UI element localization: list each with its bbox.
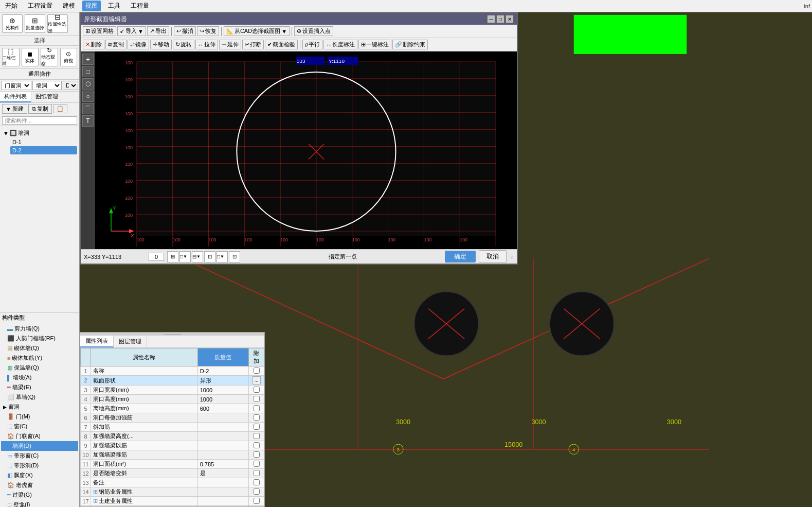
- extend-btn[interactable]: ⊣ 延伸: [219, 40, 241, 49]
- cat-door-window[interactable]: 🏠 门联窗(A): [1, 431, 78, 441]
- cat-masonry-rebar[interactable]: ≡ 砌体加筋(Y): [1, 353, 78, 363]
- export-btn[interactable]: ↗ 导出: [147, 26, 169, 36]
- menu-item-start[interactable]: 开始: [2, 1, 21, 11]
- minimize-btn[interactable]: ─: [487, 15, 495, 23]
- move-btn[interactable]: ✛ 移动: [150, 40, 172, 49]
- cat-bay-window[interactable]: ◧ 飘窗(X): [1, 470, 78, 480]
- cancel-btn[interactable]: 取消: [479, 250, 507, 263]
- cat-window[interactable]: ⬚ 窗(C): [1, 422, 78, 431]
- close-btn[interactable]: ✕: [506, 15, 514, 23]
- expand-icon[interactable]: ⊞: [93, 488, 98, 495]
- cat-shear-wall[interactable]: ▬ 剪力墙(Q): [1, 324, 78, 334]
- cat-pilaster[interactable]: ▌ 墙垛(A): [1, 373, 78, 382]
- status-btn-5[interactable]: □▼: [216, 251, 228, 263]
- row-add[interactable]: [249, 506, 264, 507]
- tool-circle[interactable]: ○: [82, 91, 94, 102]
- row-add[interactable]: [249, 487, 264, 497]
- maximize-btn[interactable]: □: [496, 15, 504, 23]
- copy-shape-btn[interactable]: ⧉ 复制: [105, 40, 127, 49]
- batch-select-btn[interactable]: ⊞ 批量选择: [25, 14, 45, 33]
- row-add[interactable]: [249, 478, 264, 487]
- canvas-container[interactable]: 100 100 100 100 100 100 100 100 100 100 …: [95, 51, 517, 249]
- row-add[interactable]: [249, 423, 264, 432]
- cad-select-btn[interactable]: 📐 从CAD选择截面图 ▼: [224, 26, 290, 36]
- expand-icon[interactable]: ⊞: [93, 498, 98, 504]
- cat-group-window[interactable]: ▶ 窗洞: [1, 402, 78, 412]
- row-add[interactable]: [249, 469, 264, 478]
- row-add[interactable]: [249, 386, 264, 395]
- delete-shape-btn[interactable]: ✕ 删除: [83, 40, 104, 49]
- tab-layer-mgmt[interactable]: 图层管理: [114, 336, 147, 347]
- cat-strip-opening[interactable]: ⬚ 带形洞(D): [1, 461, 78, 470]
- copy-btn[interactable]: ⧉ 复制: [28, 104, 52, 114]
- cat-masonry-wall[interactable]: ▤ 砌体墙(Q): [1, 343, 78, 353]
- tab-component-list[interactable]: 构件列表: [0, 92, 31, 102]
- row-add[interactable]: [249, 366, 264, 376]
- row-value[interactable]: 异形: [197, 376, 248, 386]
- tab-drawing-management[interactable]: 图纸管理: [31, 92, 62, 102]
- menu-item-tools[interactable]: 工具: [105, 1, 123, 11]
- search-input[interactable]: [2, 116, 77, 125]
- topview-btn[interactable]: ⊙ 俯视: [60, 48, 78, 66]
- status-btn-2[interactable]: □▼: [179, 251, 191, 263]
- tree-item-d1[interactable]: D-1: [10, 138, 77, 146]
- cat-dormer[interactable]: 🏠 老虎窗: [1, 480, 78, 490]
- status-btn-3[interactable]: ⊟▼: [192, 251, 203, 263]
- status-btn-4[interactable]: ⊡: [204, 251, 215, 263]
- tab-attr-list[interactable]: 属性列表: [80, 336, 114, 347]
- row-add[interactable]: [249, 450, 264, 460]
- redo-btn[interactable]: ↪ 恢复: [197, 26, 219, 36]
- dropdown-door-window[interactable]: 门窗洞: [1, 81, 31, 90]
- row-add[interactable]: [249, 395, 264, 404]
- add-btn[interactable]: ...: [252, 376, 261, 384]
- tree-header-wall-opening[interactable]: ▼ 🔲 墙洞: [2, 128, 77, 138]
- 2d3d-btn[interactable]: ⬚ 二维/三维: [2, 48, 20, 66]
- check-btn[interactable]: ✔ 截面检验: [265, 40, 298, 49]
- row-add[interactable]: ...: [249, 376, 264, 386]
- cat-insulation-wall[interactable]: ▦ 保温墙(Q): [1, 363, 78, 373]
- auto-dim-btn[interactable]: ⊞ 一键标注: [358, 40, 391, 49]
- break-btn[interactable]: ✂ 打断: [242, 40, 264, 49]
- menu-item-view[interactable]: 视图: [82, 1, 101, 11]
- stretch-btn[interactable]: ↔ 拉伸: [195, 40, 218, 49]
- row-add[interactable]: [249, 497, 264, 506]
- solid-btn[interactable]: ◼ 实体: [22, 48, 39, 66]
- tool-polygon[interactable]: ⬡: [82, 78, 94, 90]
- tool-rect[interactable]: □: [82, 66, 94, 77]
- undo-btn[interactable]: ↩ 撤消: [174, 26, 196, 36]
- status-btn-6[interactable]: ⊡: [229, 251, 240, 263]
- dropdown-d2[interactable]: D-2: [63, 81, 78, 90]
- row-add[interactable]: [249, 460, 264, 469]
- num-input[interactable]: [149, 253, 164, 261]
- menu-item-quantity[interactable]: 工程量: [128, 1, 152, 11]
- new-btn[interactable]: ▼ 新建: [2, 104, 27, 114]
- row-add[interactable]: [249, 404, 264, 413]
- resize-handle[interactable]: ⊿: [510, 254, 514, 259]
- import-btn[interactable]: ↙ 导入 ▼: [117, 26, 146, 36]
- parallel-btn[interactable]: // 平行: [302, 40, 322, 49]
- set-grid-btn[interactable]: ⊞ 设置网格: [83, 26, 116, 36]
- tool-arc[interactable]: ⌒: [82, 103, 94, 114]
- cat-rf-wall[interactable]: ⬛ 人防门框墙(RF): [1, 334, 78, 343]
- tool-text[interactable]: T: [82, 115, 94, 127]
- del-constraint-btn[interactable]: 🔗 删除约束: [392, 40, 428, 49]
- cat-curtain-wall[interactable]: ⬜ 幕墙(Q): [1, 392, 78, 402]
- cat-wall-beam[interactable]: ━ 墙梁(E): [1, 382, 78, 392]
- dropdown-wall-opening[interactable]: 墙洞: [32, 81, 62, 90]
- paste-btn[interactable]: 📋: [53, 104, 67, 113]
- confirm-btn[interactable]: 确定: [445, 251, 476, 263]
- insert-point-btn[interactable]: ⊕ 设置插入点: [294, 26, 333, 36]
- cat-niche[interactable]: ◻ 壁龛(I): [1, 500, 78, 507]
- cat-strip-window[interactable]: ▭ 带形窗(C): [1, 451, 78, 461]
- cat-door[interactable]: 🚪 门(M): [1, 412, 78, 422]
- attr-select-btn[interactable]: ⊟ 按属性选择: [47, 14, 68, 33]
- menu-item-project-settings[interactable]: 工程设置: [25, 1, 56, 11]
- rotate-btn[interactable]: ↻ 旋转: [173, 40, 194, 49]
- status-btn-1[interactable]: ⊞: [167, 251, 178, 263]
- row-add[interactable]: [249, 432, 264, 441]
- mirror-btn[interactable]: ⇌ 镜像: [128, 40, 149, 49]
- menu-item-modeling[interactable]: 建模: [60, 1, 78, 11]
- cat-lintel[interactable]: ━ 过梁(G): [1, 490, 78, 500]
- tool-plus[interactable]: +: [82, 54, 94, 65]
- orbit-btn[interactable]: ↻ 动态观察: [41, 48, 58, 66]
